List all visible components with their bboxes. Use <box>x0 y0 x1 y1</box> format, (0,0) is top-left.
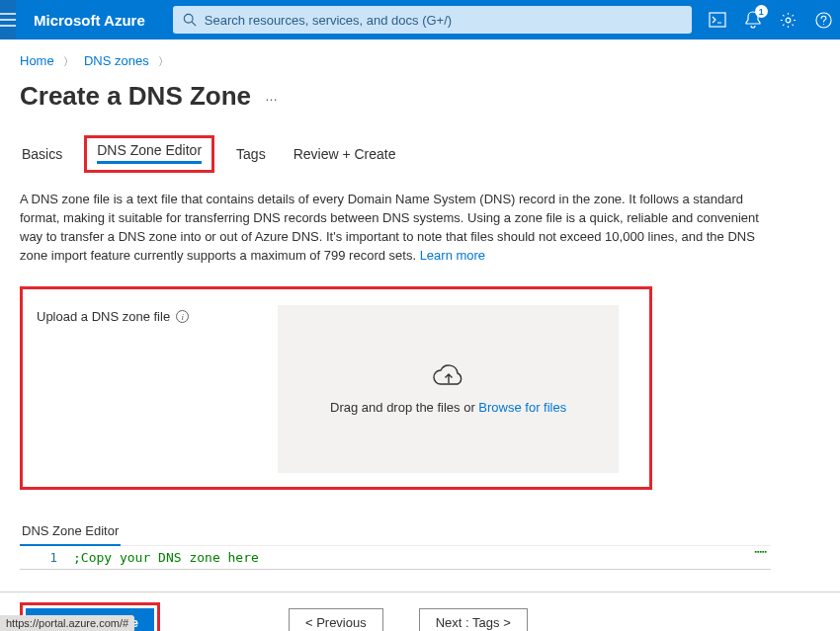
breadcrumb-home[interactable]: Home <box>20 53 54 68</box>
minimap-indicator: ▪▪▪▪▪ <box>755 548 767 555</box>
zone-editor-section: DNS Zone Editor 1 ;Copy your DNS zone he… <box>20 517 771 570</box>
svg-rect-2 <box>710 13 725 27</box>
tab-dns-zone-editor[interactable]: DNS Zone Editor <box>84 135 214 173</box>
cloud-upload-icon <box>432 364 465 390</box>
file-dropzone[interactable]: Drag and drop the files or Browse for fi… <box>278 305 619 473</box>
menu-toggle-button[interactable] <box>0 0 16 39</box>
top-navigation-bar: Microsoft Azure 1 <box>0 0 840 39</box>
help-button[interactable] <box>814 10 834 30</box>
notification-badge: 1 <box>755 5 768 18</box>
upload-label-row: Upload a DNS zone file i <box>37 305 189 324</box>
code-editor[interactable]: 1 ;Copy your DNS zone here ▪▪▪▪▪ <box>20 546 771 570</box>
gear-icon <box>780 12 797 29</box>
editor-tab-bar: DNS Zone Editor <box>20 517 771 546</box>
more-actions-button[interactable]: … <box>265 89 279 104</box>
settings-button[interactable] <box>779 10 798 30</box>
previous-button[interactable]: < Previous <box>289 608 383 631</box>
tab-tags[interactable]: Tags <box>234 140 268 173</box>
search-icon <box>183 13 197 27</box>
brand-label[interactable]: Microsoft Azure <box>34 12 145 29</box>
svg-point-4 <box>816 12 831 27</box>
upload-label: Upload a DNS zone file <box>37 309 170 324</box>
learn-more-link[interactable]: Learn more <box>420 248 485 263</box>
page-title: Create a DNS Zone <box>20 81 251 112</box>
hamburger-icon <box>0 13 16 27</box>
global-search[interactable] <box>173 6 692 34</box>
cloud-shell-icon <box>709 12 726 28</box>
notifications-button[interactable]: 1 <box>743 10 763 30</box>
svg-line-1 <box>192 22 196 26</box>
cloud-shell-button[interactable] <box>708 10 727 30</box>
chevron-right-icon: 〉 <box>158 55 169 67</box>
svg-point-0 <box>184 14 193 23</box>
page-header: Create a DNS Zone … <box>0 77 840 135</box>
next-button[interactable]: Next : Tags > <box>419 608 528 631</box>
help-icon <box>815 12 832 29</box>
code-content[interactable]: ;Copy your DNS zone here <box>67 546 771 569</box>
upload-section: Upload a DNS zone file i Drag and drop t… <box>20 286 652 490</box>
line-number-gutter: 1 <box>20 546 67 569</box>
editor-tab-dns-zone[interactable]: DNS Zone Editor <box>20 517 121 546</box>
tab-review-create[interactable]: Review + Create <box>292 140 398 173</box>
tab-bar: Basics DNS Zone Editor Tags Review + Cre… <box>0 135 840 173</box>
breadcrumb-dns-zones[interactable]: DNS zones <box>84 53 149 68</box>
breadcrumb: Home 〉 DNS zones 〉 <box>0 39 840 77</box>
info-icon[interactable]: i <box>176 310 189 323</box>
dropzone-text: Drag and drop the files or Browse for fi… <box>330 400 566 415</box>
chevron-right-icon: 〉 <box>63 55 74 67</box>
browse-files-link[interactable]: Browse for files <box>478 400 566 415</box>
browser-status-url: https://portal.azure.com/# <box>0 615 134 631</box>
tab-basics[interactable]: Basics <box>20 140 64 173</box>
description-text: A DNS zone file is a text file that cont… <box>20 191 771 265</box>
search-input[interactable] <box>205 13 682 28</box>
svg-point-3 <box>786 18 791 23</box>
